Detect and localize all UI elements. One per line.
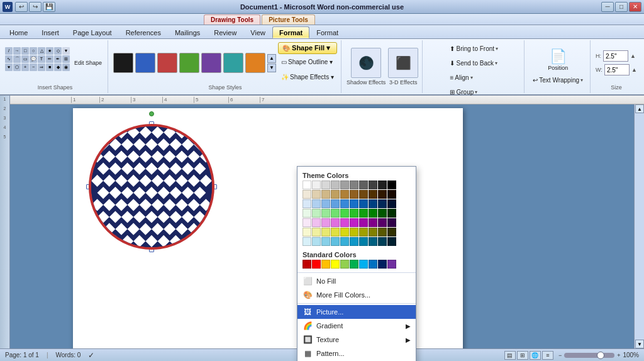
shape-diamond[interactable]: ◆	[54, 64, 62, 71]
shape-pen[interactable]: ✒	[54, 55, 62, 63]
align-btn[interactable]: ≡ Align ▾	[447, 70, 501, 84]
minimize-button[interactable]: ─	[601, 2, 614, 12]
text-wrapping-btn[interactable]: ↩ Text Wrapping ▾	[530, 74, 586, 87]
theme-color-5-1[interactable]	[312, 228, 321, 236]
shape-box[interactable]: ▭	[21, 55, 29, 63]
texture-item[interactable]: 🔲 Texture ▶	[297, 333, 416, 347]
style-scroll-down[interactable]: ▼	[267, 64, 276, 72]
theme-color-5-5[interactable]	[350, 228, 358, 236]
style-swatch-red[interactable]	[157, 53, 177, 73]
tab-format-drawing[interactable]: Format	[272, 26, 309, 38]
theme-color-6-2[interactable]	[321, 237, 330, 246]
height-up[interactable]: ▲	[630, 53, 636, 59]
close-button[interactable]: ✕	[629, 2, 641, 12]
picture-item[interactable]: 🖼 Picture...	[297, 305, 416, 319]
theme-color-6-5[interactable]	[350, 237, 358, 246]
theme-color-3-9[interactable]	[387, 209, 396, 218]
shape-triangle[interactable]: △	[38, 47, 45, 55]
shape-more[interactable]: ▼	[62, 47, 70, 55]
tab-view[interactable]: View	[243, 26, 272, 38]
shape-hexagon[interactable]: ⬡	[13, 64, 21, 71]
theme-color-5-6[interactable]	[359, 228, 368, 236]
view-normal-btn[interactable]: ▤	[504, 351, 516, 360]
theme-color-3-4[interactable]	[340, 209, 349, 218]
theme-color-6-6[interactable]	[359, 237, 368, 246]
tab-insert[interactable]: Insert	[35, 26, 66, 38]
shape-line[interactable]: /	[5, 47, 13, 55]
width-input[interactable]	[604, 64, 630, 75]
shape-circle[interactable]: ○	[30, 47, 37, 55]
zoom-slider[interactable]	[564, 353, 614, 358]
vscroll-down[interactable]: ▼	[635, 340, 644, 348]
theme-color-5-9[interactable]	[387, 228, 396, 236]
theme-color-2-0[interactable]	[303, 199, 311, 208]
theme-color-1-1[interactable]	[312, 190, 321, 199]
height-input[interactable]	[603, 50, 628, 62]
theme-color-3-6[interactable]	[359, 209, 368, 218]
quick-access-undo[interactable]: ↩	[15, 2, 28, 12]
theme-color-5-0[interactable]	[303, 228, 311, 236]
theme-color-2-6[interactable]	[359, 199, 368, 208]
theme-color-5-7[interactable]	[369, 228, 377, 236]
no-fill-item[interactable]: ⬜ No Fill	[297, 274, 416, 288]
theme-color-2-8[interactable]	[378, 199, 387, 208]
style-swatch-teal[interactable]	[223, 53, 243, 73]
style-swatch-orange[interactable]	[245, 53, 265, 73]
check-icon[interactable]: ✓	[88, 351, 94, 360]
theme-color-5-4[interactable]	[340, 228, 349, 236]
tab-review[interactable]: Review	[207, 26, 243, 38]
shape-flow[interactable]: ◇	[54, 47, 62, 55]
standard-color-8[interactable]	[378, 260, 387, 269]
circle-shape[interactable]	[89, 124, 214, 250]
theme-color-0-1[interactable]	[312, 181, 321, 189]
theme-color-0-7[interactable]	[369, 181, 377, 189]
tab-mailings[interactable]: Mailings	[168, 26, 207, 38]
view-layout-btn[interactable]: ⊞	[517, 351, 528, 360]
theme-color-6-3[interactable]	[331, 237, 340, 246]
theme-color-2-5[interactable]	[350, 199, 358, 208]
theme-color-4-6[interactable]	[359, 218, 368, 227]
more-fill-colors-item[interactable]: 🎨 More Fill Colors...	[297, 288, 416, 302]
theme-color-4-1[interactable]	[312, 218, 321, 227]
theme-color-3-8[interactable]	[378, 209, 387, 218]
shape-square[interactable]: ■	[46, 64, 53, 71]
theme-color-1-5[interactable]	[350, 190, 358, 199]
style-swatch-purple[interactable]	[201, 53, 221, 73]
vertical-scrollbar[interactable]: ▲ ▼	[634, 104, 644, 348]
theme-color-1-0[interactable]	[303, 190, 311, 199]
shape-outline-btn[interactable]: ▭ Shape Outline ▾	[278, 55, 337, 69]
theme-color-4-4[interactable]	[340, 218, 349, 227]
theme-color-0-2[interactable]	[321, 181, 330, 189]
theme-color-2-9[interactable]	[387, 199, 396, 208]
theme-color-6-9[interactable]	[387, 237, 396, 246]
theme-color-3-2[interactable]	[321, 209, 330, 218]
theme-color-5-2[interactable]	[321, 228, 330, 236]
quick-access-save[interactable]: 💾	[43, 2, 55, 12]
style-swatch-green[interactable]	[179, 53, 199, 73]
shape-shape24[interactable]: ◉	[62, 64, 70, 71]
theme-color-5-3[interactable]	[331, 228, 340, 236]
theme-color-3-5[interactable]	[350, 209, 358, 218]
tab-home[interactable]: Home	[3, 26, 35, 38]
standard-color-1[interactable]	[312, 260, 321, 269]
theme-color-1-6[interactable]	[359, 190, 368, 199]
threed-effects-btn[interactable]: ⬛	[388, 48, 418, 78]
style-swatch-blue[interactable]	[135, 53, 155, 73]
theme-color-3-1[interactable]	[312, 209, 321, 218]
theme-color-1-7[interactable]	[369, 190, 377, 199]
standard-color-4[interactable]	[340, 260, 349, 269]
theme-color-3-7[interactable]	[369, 209, 377, 218]
theme-color-1-8[interactable]	[378, 190, 387, 199]
theme-color-1-3[interactable]	[331, 190, 340, 199]
shadow-effects-btn[interactable]: 🌑	[351, 48, 381, 78]
theme-color-4-2[interactable]	[321, 218, 330, 227]
theme-color-4-7[interactable]	[369, 218, 377, 227]
zoom-out-btn[interactable]: −	[558, 352, 562, 358]
standard-color-0[interactable]	[303, 260, 311, 269]
shape-effects-btn[interactable]: ✨ Shape Effects ▾	[278, 70, 337, 84]
shape-rect[interactable]: □	[21, 47, 29, 55]
view-web-btn[interactable]: 🌐	[530, 351, 541, 360]
shape-minus[interactable]: −	[30, 64, 37, 71]
theme-color-4-9[interactable]	[387, 218, 396, 227]
theme-color-4-0[interactable]	[303, 218, 311, 227]
